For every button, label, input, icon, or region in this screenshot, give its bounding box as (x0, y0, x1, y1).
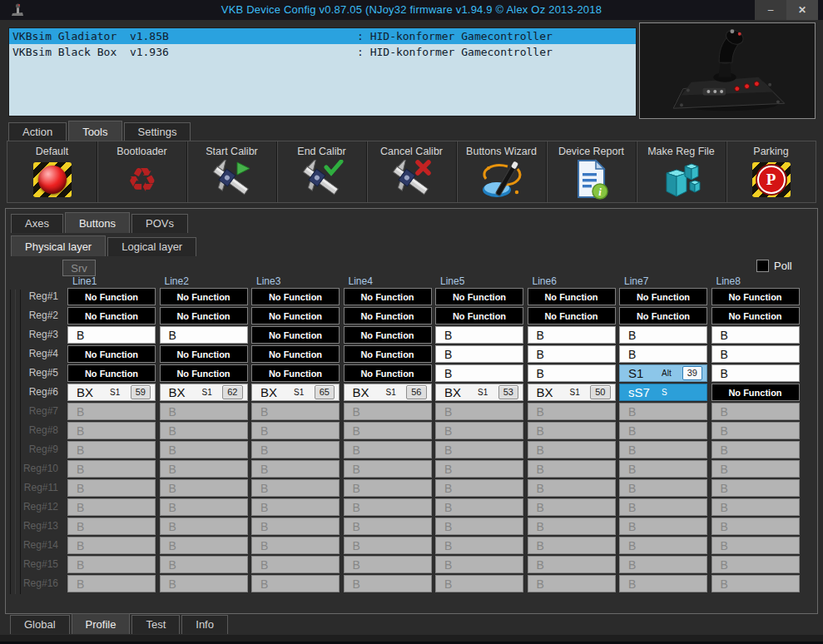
cell-button-bx[interactable]: BXS150 (528, 384, 616, 401)
tab-buttons[interactable]: Buttons (65, 212, 130, 233)
cell-no-function[interactable]: No Function (344, 326, 432, 344)
row-label: Reg#15 (7, 556, 58, 573)
cell-button-b[interactable]: B (619, 345, 707, 363)
cell-no-function[interactable]: No Function (251, 345, 340, 363)
cell-no-function[interactable]: No Function (711, 307, 800, 324)
cell-button-b-disabled: B (160, 422, 248, 439)
cell-button-b-disabled: B (344, 403, 432, 420)
row-label: Reg#12 (7, 498, 58, 516)
cell-no-function[interactable]: No Function (619, 307, 707, 324)
cell-button-b[interactable]: B (160, 326, 248, 344)
device-info: : HID-konformer Gamecontroller (357, 28, 553, 44)
tab-info[interactable]: Info (181, 615, 228, 634)
tab-test[interactable]: Test (131, 615, 180, 634)
cell-no-function[interactable]: No Function (67, 345, 156, 363)
cell-button-b[interactable]: B (435, 326, 523, 344)
cell-no-function[interactable]: No Function (251, 288, 340, 305)
close-button[interactable]: ✕ (786, 0, 818, 20)
row-label: Reg#11 (7, 479, 58, 497)
cell-button-s1-alt[interactable]: S1Alt39 (619, 364, 707, 382)
cell-no-function[interactable]: No Function (67, 364, 156, 382)
cell-no-function[interactable]: No Function (251, 326, 340, 344)
cell-button-b-disabled: B (528, 575, 616, 592)
cell-button-b-disabled: B (435, 498, 523, 516)
cell-no-function[interactable]: No Function (344, 364, 432, 382)
cell-no-function[interactable]: No Function (344, 345, 432, 363)
cell-button-b[interactable]: B (528, 326, 616, 344)
buttons-wizard-button[interactable]: Buttons Wizard (456, 141, 546, 202)
cell-no-function[interactable]: No Function (711, 288, 800, 305)
make-reg-file-button[interactable]: Make Reg File (636, 141, 726, 202)
bootloader-icon: ♻ (97, 158, 186, 201)
tab-settings[interactable]: Settings (124, 122, 191, 141)
tab-physical-layer[interactable]: Physical layer (11, 235, 106, 256)
default-button[interactable]: Default (7, 141, 97, 202)
end-calibr-button[interactable]: End Calibr (276, 141, 366, 202)
device-report-button[interactable]: Device Report i (546, 141, 636, 202)
cell-no-function[interactable]: No Function (160, 307, 248, 324)
poll-checkbox[interactable] (756, 260, 769, 272)
joystick-icon (640, 23, 815, 118)
tab-tools[interactable]: Tools (68, 121, 121, 141)
cell-no-function[interactable]: No Function (528, 307, 616, 324)
device-list-item[interactable]: VKBsim Gladiator v1.85B: HID-konformer G… (9, 28, 636, 44)
tab-action[interactable]: Action (8, 122, 67, 141)
cell-button-b-disabled: B (435, 403, 523, 420)
cancel-calibr-button[interactable]: Cancel Calibr (366, 141, 456, 202)
cell-sub-label: S1 (202, 388, 212, 397)
cell-button-bx[interactable]: BXS153 (435, 384, 523, 401)
minimize-button[interactable]: – (755, 0, 786, 20)
cell-button-b-disabled: B (344, 479, 432, 497)
cell-button-bx[interactable]: BXS162 (160, 384, 248, 401)
cell-button-b[interactable]: B (711, 326, 800, 344)
bootloader-button[interactable]: Bootloader♻ (97, 141, 186, 202)
cell-button-b[interactable]: B (435, 364, 523, 382)
tab-logical-layer[interactable]: Logical layer (107, 237, 196, 256)
tab-profile[interactable]: Profile (72, 613, 131, 634)
cell-button-b[interactable]: B (711, 364, 800, 382)
cell-no-function[interactable]: No Function (251, 364, 340, 382)
cell-no-function[interactable]: No Function (711, 384, 800, 401)
cell-no-function[interactable]: No Function (435, 307, 523, 324)
cell-button-b-disabled: B (344, 422, 432, 439)
cell-no-function[interactable]: No Function (619, 288, 707, 305)
cell-button-bx[interactable]: BXS156 (344, 384, 432, 401)
start-calibr-button[interactable]: Start Calibr (186, 141, 276, 202)
cell-no-function[interactable]: No Function (344, 288, 432, 305)
cell-button-b-disabled: B (528, 479, 616, 497)
device-list-item[interactable]: VKBsim Black Box v1.936: HID-konformer G… (9, 44, 636, 60)
cell-button-bx[interactable]: BXS165 (251, 384, 340, 401)
cell-button-b-disabled: B (528, 498, 616, 516)
cell-no-function[interactable]: No Function (344, 307, 432, 324)
tab-povs[interactable]: POVs (131, 214, 188, 233)
cell-button-bx[interactable]: BXS159 (67, 384, 156, 401)
cell-button-b-disabled: B (435, 575, 523, 592)
srv-button[interactable]: Srv (62, 260, 96, 276)
cell-no-function[interactable]: No Function (160, 345, 248, 363)
cell-no-function[interactable]: No Function (160, 288, 248, 305)
cell-button-b[interactable]: B (528, 345, 616, 363)
cell-no-function[interactable]: No Function (160, 364, 248, 382)
cell-button-b-disabled: B (528, 422, 616, 439)
cell-button-b[interactable]: B (528, 364, 616, 382)
cell-button-b[interactable]: B (619, 326, 707, 344)
device-name: VKBsim Gladiator v1.85B (12, 28, 169, 44)
cell-button-b[interactable]: B (711, 345, 800, 363)
cell-no-function[interactable]: No Function (251, 307, 340, 324)
tab-global[interactable]: Global (10, 615, 70, 634)
cell-button-ss7[interactable]: sS7S (619, 384, 707, 401)
cell-button-b-disabled: B (67, 441, 156, 458)
cell-button-b-disabled: B (344, 441, 432, 458)
row-label: Reg#9 (7, 441, 58, 458)
cell-no-function[interactable]: No Function (528, 288, 616, 305)
cell-no-function[interactable]: No Function (67, 288, 156, 305)
cell-button-b[interactable]: B (67, 326, 156, 344)
parking-button[interactable]: ParkingP (726, 141, 816, 202)
cell-button-b[interactable]: B (435, 345, 523, 363)
cell-no-function[interactable]: No Function (435, 288, 523, 305)
tab-axes[interactable]: Axes (11, 214, 63, 233)
cell-button-b-disabled: B (251, 518, 340, 535)
toolbar-button-label: Buttons Wizard (457, 146, 546, 157)
device-list[interactable]: VKBsim Gladiator v1.85B: HID-konformer G… (8, 27, 637, 116)
cell-no-function[interactable]: No Function (67, 307, 156, 324)
